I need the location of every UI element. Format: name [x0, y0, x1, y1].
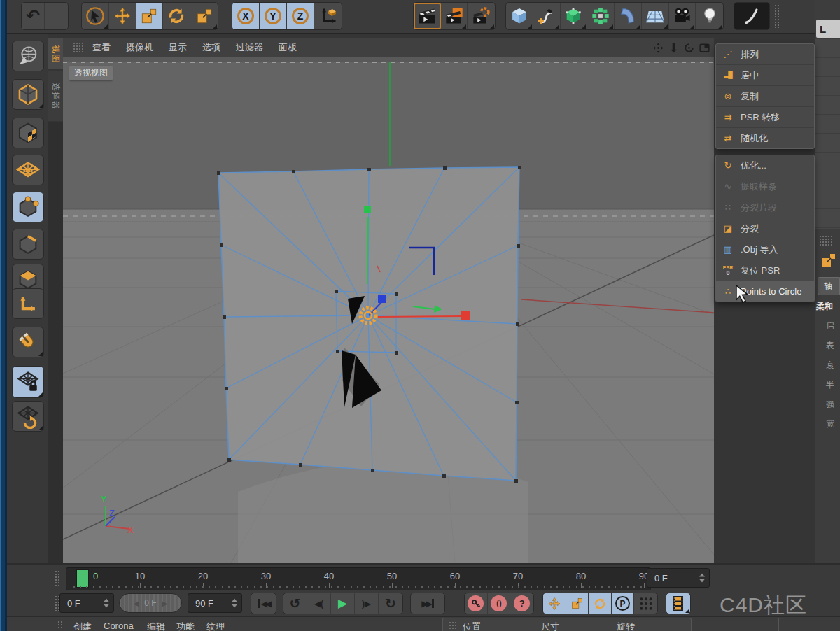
slider-right-arrow-icon[interactable]: ▶	[162, 600, 168, 607]
add-subdivision-surface-button[interactable]	[561, 3, 588, 29]
attribute-label-surface[interactable]: 表	[826, 340, 834, 352]
spinner-down-icon[interactable]	[104, 604, 109, 608]
menu-item-psr-transfer[interactable]: ⇉ PSR 转移	[716, 107, 814, 128]
render-settings-button[interactable]	[468, 3, 495, 29]
next-key-button[interactable]: ↻	[379, 593, 402, 614]
viewport-toggle-button[interactable]	[697, 41, 712, 55]
next-frame-button[interactable]: )▶	[355, 593, 379, 614]
start-frame-spinner[interactable]	[104, 599, 109, 608]
rotate-tool-button[interactable]	[163, 3, 190, 29]
menu-item-extract-spline[interactable]: ∿ 提取样条	[716, 176, 814, 197]
points-mode-button[interactable]	[12, 192, 44, 222]
tab-view[interactable]: 视图	[48, 38, 63, 69]
record-parameter-button[interactable]: P	[612, 593, 635, 614]
redo-button[interactable]	[45, 3, 68, 29]
attribute-label-width[interactable]: 宽	[826, 418, 834, 430]
menu-view[interactable]: 查看	[92, 41, 111, 54]
attribute-row[interactable]	[815, 96, 840, 115]
workplane-lock-button[interactable]	[12, 366, 44, 398]
paint-tool-button[interactable]	[734, 3, 769, 29]
bottom-menu-grip[interactable]	[57, 621, 64, 629]
gizmo-x-axis[interactable]	[378, 316, 462, 317]
attribute-panel-grip[interactable]	[819, 235, 834, 246]
render-picture-viewer-button[interactable]	[441, 3, 468, 29]
menu-corona[interactable]: Corona	[104, 621, 134, 631]
x-axis-lock-button[interactable]: X	[232, 3, 260, 29]
play-button[interactable]: ▶	[331, 593, 355, 614]
edge-mode-button[interactable]	[12, 229, 44, 260]
attribute-row[interactable]	[815, 58, 840, 77]
attribute-row[interactable]	[815, 39, 840, 58]
menu-display[interactable]: 显示	[169, 41, 187, 54]
end-frame-spinner[interactable]	[232, 599, 237, 608]
menu-filter[interactable]: 过滤器	[236, 41, 263, 54]
scale-tool-button[interactable]	[136, 3, 164, 29]
move-tool-button[interactable]	[109, 3, 136, 29]
workplane-mode-button[interactable]	[12, 155, 44, 185]
attribute-row[interactable]	[815, 134, 840, 153]
add-floor-button[interactable]	[642, 3, 669, 29]
previous-frame-button[interactable]: ◀(	[307, 593, 331, 614]
add-spline-pen-button[interactable]	[533, 3, 561, 29]
record-key-button[interactable]	[465, 593, 488, 614]
viewport-view-label[interactable]: 透视视图	[69, 66, 113, 80]
add-array-button[interactable]	[587, 3, 615, 29]
menu-options[interactable]: 选项	[202, 41, 220, 54]
snap-button[interactable]	[12, 327, 44, 357]
spinner-up-icon[interactable]	[699, 574, 705, 577]
last-used-tool-button[interactable]	[190, 3, 218, 29]
attribute-label-falloff[interactable]: 衰	[826, 360, 834, 371]
spinner-up-icon[interactable]	[232, 599, 237, 602]
record-scale-button[interactable]	[566, 593, 589, 614]
menu-item-optimize[interactable]: ↻ 优化...	[716, 155, 814, 176]
menu-item-duplicate[interactable]: ⊚ 复制	[716, 86, 814, 107]
attribute-label-radius[interactable]: 半	[826, 379, 834, 391]
attribute-row[interactable]	[815, 209, 840, 228]
coordinate-system-button[interactable]	[314, 3, 342, 29]
attribute-label-strength[interactable]: 强	[826, 399, 834, 411]
viewport-canvas[interactable]: Y X Z	[63, 57, 714, 563]
render-view-button[interactable]	[414, 3, 441, 29]
spinner-up-icon[interactable]	[104, 599, 109, 602]
frame-spinner[interactable]	[699, 574, 705, 583]
menu-panel[interactable]: 面板	[279, 41, 297, 54]
viewport-rotate-button[interactable]	[682, 41, 696, 55]
add-camera-button[interactable]	[669, 3, 696, 29]
viewport-pan-button[interactable]	[651, 41, 666, 55]
menu-create[interactable]: 创建	[74, 621, 92, 631]
add-light-button[interactable]	[696, 3, 723, 29]
preview-range-slider[interactable]: ◀ 0 F ▶	[119, 593, 182, 613]
viewport-menubar-grip[interactable]	[73, 42, 84, 53]
z-axis-lock-button[interactable]: Z	[287, 3, 314, 29]
coordinates-grip[interactable]	[449, 621, 456, 630]
attribute-row[interactable]	[815, 190, 840, 209]
start-frame-field[interactable]: 0 F	[59, 593, 114, 613]
spinner-down-icon[interactable]	[699, 579, 705, 583]
attribute-row[interactable]	[815, 115, 840, 134]
viewport-zoom-button[interactable]	[666, 41, 681, 55]
record-pla-button[interactable]	[634, 593, 657, 614]
menu-item-split-fragments[interactable]: ∷ 分裂片段	[716, 197, 814, 218]
menu-texture[interactable]: 纹理	[206, 621, 225, 631]
perspective-viewport[interactable]: Y X Z 透视视图	[63, 57, 714, 563]
spinner-down-icon[interactable]	[232, 604, 237, 608]
menu-item-split[interactable]: ◪ 分裂	[716, 218, 814, 239]
tab-selector[interactable]: 选择器	[48, 71, 63, 121]
menu-item-center[interactable]: ▃█ 居中	[716, 65, 814, 86]
goto-end-button[interactable]: ▶▶	[410, 593, 445, 614]
current-frame-field[interactable]: 0 F	[647, 568, 710, 588]
undo-button[interactable]: ↶	[22, 3, 45, 29]
end-frame-field[interactable]: 90 F	[188, 593, 242, 613]
record-position-button[interactable]	[543, 593, 566, 614]
workplane-align-button[interactable]	[12, 401, 44, 432]
gizmo-x-handle[interactable]	[461, 311, 470, 320]
menu-camera[interactable]: 摄像机	[126, 41, 153, 54]
attribute-row[interactable]	[815, 153, 840, 171]
goto-start-button[interactable]: ◀◀	[251, 593, 276, 614]
autokey-button[interactable]: ( )	[488, 593, 511, 614]
menu-item-obj-import[interactable]: ▥ .Obj 导入	[716, 239, 814, 260]
attribute-row[interactable]	[815, 171, 840, 190]
gizmo-y-handle[interactable]	[364, 206, 371, 213]
add-cube-button[interactable]	[506, 3, 533, 29]
slider-left-arrow-icon[interactable]: ◀	[134, 600, 139, 607]
